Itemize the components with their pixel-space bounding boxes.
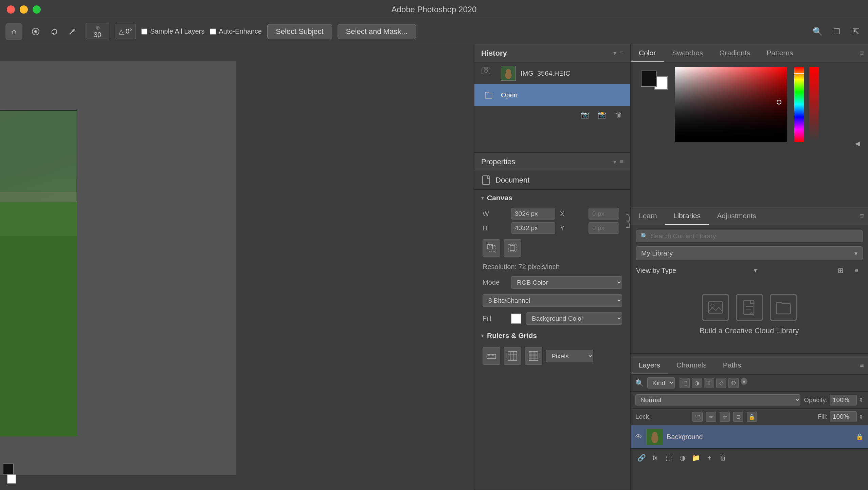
tab-adjustments[interactable]: Adjustments <box>709 207 764 225</box>
workspace-icon[interactable]: ☐ <box>830 25 844 38</box>
rulers-grids-section-header[interactable]: ▾ Rulers & Grids <box>474 327 630 344</box>
maximize-button[interactable] <box>33 5 41 14</box>
history-menu-button[interactable]: ≡ <box>620 50 623 57</box>
tab-layers[interactable]: Layers <box>631 356 668 374</box>
history-item-open[interactable]: Open <box>474 84 630 106</box>
x-input[interactable] <box>589 208 619 220</box>
link-proportions-icon[interactable] <box>622 212 630 229</box>
tab-libraries[interactable]: Libraries <box>665 207 709 225</box>
new-layer-button[interactable]: + <box>703 452 716 464</box>
auto-enhance-checkbox[interactable] <box>210 29 216 35</box>
height-input[interactable] <box>511 222 555 234</box>
lock-transparent-button[interactable]: ⬚ <box>692 412 703 422</box>
select-subject-button[interactable]: Select Subject <box>267 24 332 39</box>
properties-collapse-button[interactable]: ▾ <box>613 158 616 166</box>
share-icon[interactable]: ⇱ <box>849 25 863 38</box>
canvas-resize-crop-button[interactable] <box>483 239 500 257</box>
top-toolbar: ⌂ ⊕ 30 △ 0° <box>0 19 868 44</box>
smart-filter-icon[interactable]: ⌬ <box>728 378 739 388</box>
hue-strip[interactable] <box>793 67 805 142</box>
tab-swatches[interactable]: Swatches <box>664 44 711 62</box>
fg-bg-swatches <box>641 71 668 87</box>
fill-value[interactable]: 100% <box>830 411 857 422</box>
layer-background[interactable]: 👁 Background 🔒 <box>631 425 868 449</box>
lasso-tool-button[interactable] <box>46 24 62 39</box>
tab-gradients[interactable]: Gradients <box>711 44 758 62</box>
library-search-input[interactable] <box>651 232 858 240</box>
fill-select[interactable]: Background Color <box>526 312 622 325</box>
lock-artboard-button[interactable]: ⊡ <box>733 412 743 422</box>
text-filter-icon[interactable]: T <box>704 378 714 388</box>
new-group-button[interactable]: 📁 <box>690 452 702 464</box>
magic-wand-button[interactable] <box>65 24 80 39</box>
tab-patterns[interactable]: Patterns <box>758 44 801 62</box>
foreground-color-chip[interactable] <box>3 464 14 474</box>
link-layers-button[interactable]: 🔗 <box>635 452 648 464</box>
library-name: My Library <box>641 249 673 257</box>
canvas-content <box>0 61 236 475</box>
history-snapshot-button[interactable]: 📷 <box>579 109 591 121</box>
properties-menu-button[interactable]: ≡ <box>620 158 623 166</box>
library-search[interactable]: 🔍 <box>636 230 863 242</box>
view-chevron[interactable]: ▾ <box>754 267 757 274</box>
color-mode-select[interactable]: RGB Color <box>511 276 622 289</box>
angle-control[interactable]: △ 0° <box>115 24 136 39</box>
search-icon[interactable]: 🔍 <box>811 25 825 38</box>
shape-filter-icon[interactable]: ◇ <box>716 378 726 388</box>
filter-dot[interactable]: ● <box>741 378 747 385</box>
height-row: H Y <box>483 222 619 234</box>
layer-kind-filter[interactable]: Kind <box>647 377 675 389</box>
history-item-image[interactable]: IMG_3564.HEIC <box>474 62 630 84</box>
blend-mode-select[interactable]: Normal <box>635 394 800 406</box>
history-trash-button[interactable]: 🗑 <box>613 109 625 121</box>
history-camera-button[interactable]: 📸 <box>596 109 608 121</box>
tab-learn[interactable]: Learn <box>631 207 665 225</box>
lock-all-button[interactable]: 🔒 <box>747 412 757 422</box>
bit-depth-select[interactable]: 8 Bits/Channel <box>483 294 622 307</box>
delete-layer-button[interactable]: 🗑 <box>717 452 729 464</box>
adjustment-layer-button[interactable]: ◑ <box>676 452 688 464</box>
lock-pixels-button[interactable]: ✏ <box>706 412 716 422</box>
layer-type-icons: ⬚ ◑ T ◇ ⌬ ● <box>680 378 747 388</box>
add-mask-button[interactable]: ⬚ <box>663 452 675 464</box>
color-panel-menu-button[interactable]: ≡ <box>856 44 868 62</box>
fill-arrows[interactable]: ⇕ <box>859 414 863 420</box>
pixel-filter-icon[interactable]: ⬚ <box>680 378 690 388</box>
tab-color[interactable]: Color <box>631 44 664 62</box>
width-input[interactable] <box>511 208 555 220</box>
select-and-mask-button[interactable]: Select and Mask... <box>338 24 416 39</box>
library-dropdown[interactable]: My Library ▾ <box>636 246 863 260</box>
alpha-strip[interactable] <box>808 67 820 142</box>
tab-paths[interactable]: Paths <box>715 356 749 374</box>
tab-channels[interactable]: Channels <box>668 356 715 374</box>
libraries-panel-menu[interactable]: ≡ <box>856 207 868 225</box>
color-gradient-picker[interactable] <box>671 67 790 142</box>
brush-tool-button[interactable] <box>28 24 43 39</box>
opacity-value[interactable]: 100% <box>830 395 857 406</box>
traffic-lights <box>7 5 41 14</box>
ruler-icon-2[interactable] <box>504 347 521 365</box>
foreground-swatch[interactable] <box>641 71 657 87</box>
close-button[interactable] <box>7 5 15 14</box>
background-color-chip[interactable] <box>7 474 16 484</box>
history-collapse-button[interactable]: ▾ <box>613 50 616 57</box>
brush-size-control[interactable]: ⊕ 30 <box>86 23 109 40</box>
pixels-unit-select[interactable]: Pixels <box>546 350 593 362</box>
list-view-button[interactable]: ≡ <box>850 264 863 277</box>
canvas-resize-expand-button[interactable] <box>504 239 521 257</box>
minimize-button[interactable] <box>20 5 28 14</box>
fill-swatch[interactable] <box>511 314 521 324</box>
opacity-arrows[interactable]: ⇕ <box>859 397 863 403</box>
y-input[interactable] <box>589 222 619 234</box>
adjustment-filter-icon[interactable]: ◑ <box>692 378 702 388</box>
ruler-icon-1[interactable] <box>483 347 500 365</box>
home-button[interactable]: ⌂ <box>5 23 22 40</box>
lock-position-button[interactable]: ✛ <box>720 412 730 422</box>
layer-visibility-toggle[interactable]: 👁 <box>635 433 642 441</box>
layers-panel-menu[interactable]: ≡ <box>856 356 868 374</box>
canvas-section-header[interactable]: ▾ Canvas <box>474 190 630 206</box>
ruler-icon-3[interactable] <box>525 347 542 365</box>
layer-fx-button[interactable]: fx <box>649 452 661 464</box>
grid-view-button[interactable]: ⊞ <box>835 264 847 277</box>
sample-all-layers-checkbox[interactable] <box>141 29 147 35</box>
